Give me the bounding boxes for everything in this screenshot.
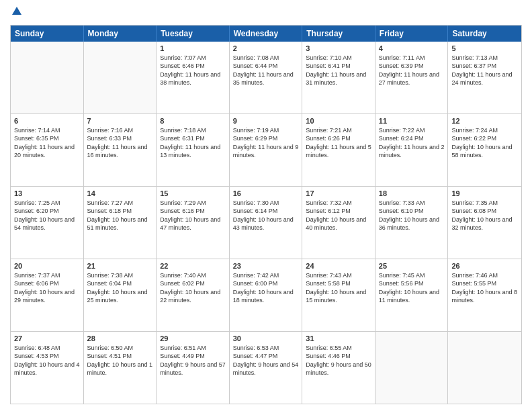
day-number: 6 xyxy=(14,116,80,126)
day-info: Sunrise: 6:55 AM Sunset: 4:46 PM Dayligh… xyxy=(306,344,371,377)
day-number: 20 xyxy=(14,261,80,271)
day-number: 12 xyxy=(451,116,518,126)
calendar-day-22: 22Sunrise: 7:40 AM Sunset: 6:02 PM Dayli… xyxy=(157,259,230,331)
day-info: Sunrise: 7:16 AM Sunset: 6:33 PM Dayligh… xyxy=(87,126,153,159)
calendar-day-19: 19Sunrise: 7:35 AM Sunset: 6:08 PM Dayli… xyxy=(448,187,521,259)
day-number: 4 xyxy=(379,44,445,53)
calendar-row-2: 6Sunrise: 7:14 AM Sunset: 6:35 PM Daylig… xyxy=(11,113,521,186)
header-day-saturday: Saturday xyxy=(448,26,521,42)
day-number: 27 xyxy=(14,334,80,343)
calendar-day-14: 14Sunrise: 7:27 AM Sunset: 6:18 PM Dayli… xyxy=(84,187,157,259)
header-day-wednesday: Wednesday xyxy=(230,26,303,42)
calendar-empty-cell xyxy=(375,332,449,404)
calendar-day-2: 2Sunrise: 7:08 AM Sunset: 6:44 PM Daylig… xyxy=(230,42,303,113)
day-number: 19 xyxy=(451,189,518,198)
day-info: Sunrise: 7:21 AM Sunset: 6:26 PM Dayligh… xyxy=(306,126,371,159)
day-info: Sunrise: 7:38 AM Sunset: 6:04 PM Dayligh… xyxy=(87,271,153,304)
calendar-empty-cell xyxy=(11,42,84,113)
day-info: Sunrise: 7:32 AM Sunset: 6:12 PM Dayligh… xyxy=(306,199,371,232)
day-info: Sunrise: 6:53 AM Sunset: 4:47 PM Dayligh… xyxy=(233,344,299,377)
calendar-day-25: 25Sunrise: 7:45 AM Sunset: 5:56 PM Dayli… xyxy=(375,259,449,331)
day-info: Sunrise: 7:25 AM Sunset: 6:20 PM Dayligh… xyxy=(14,199,80,232)
day-number: 25 xyxy=(379,261,445,271)
day-number: 24 xyxy=(306,261,371,271)
calendar-day-21: 21Sunrise: 7:38 AM Sunset: 6:04 PM Dayli… xyxy=(84,259,157,331)
day-number: 8 xyxy=(160,116,226,126)
page: SundayMondayTuesdayWednesdayThursdayFrid… xyxy=(0,0,532,411)
day-number: 14 xyxy=(87,189,153,198)
calendar-day-29: 29Sunrise: 6:51 AM Sunset: 4:49 PM Dayli… xyxy=(157,332,230,404)
header-day-tuesday: Tuesday xyxy=(157,26,230,42)
day-number: 28 xyxy=(87,334,153,343)
day-number: 21 xyxy=(87,261,153,271)
header-day-thursday: Thursday xyxy=(302,26,375,42)
logo xyxy=(10,7,21,19)
day-info: Sunrise: 7:29 AM Sunset: 6:16 PM Dayligh… xyxy=(160,199,226,232)
day-number: 23 xyxy=(233,261,299,271)
day-number: 18 xyxy=(379,189,445,198)
day-info: Sunrise: 7:35 AM Sunset: 6:08 PM Dayligh… xyxy=(451,199,518,232)
day-number: 9 xyxy=(233,116,299,126)
calendar-day-12: 12Sunrise: 7:24 AM Sunset: 6:22 PM Dayli… xyxy=(448,114,521,186)
calendar-day-24: 24Sunrise: 7:43 AM Sunset: 5:58 PM Dayli… xyxy=(302,259,375,331)
logo-line1 xyxy=(10,7,21,19)
calendar-row-4: 20Sunrise: 7:37 AM Sunset: 6:06 PM Dayli… xyxy=(11,259,521,331)
calendar-day-27: 27Sunrise: 6:48 AM Sunset: 4:53 PM Dayli… xyxy=(11,332,84,404)
calendar-day-26: 26Sunrise: 7:46 AM Sunset: 5:55 PM Dayli… xyxy=(448,259,521,331)
day-number: 22 xyxy=(160,261,226,271)
header-day-sunday: Sunday xyxy=(11,26,84,42)
calendar-day-18: 18Sunrise: 7:33 AM Sunset: 6:10 PM Dayli… xyxy=(375,187,449,259)
logo-triangle-icon xyxy=(12,7,21,15)
calendar-day-23: 23Sunrise: 7:42 AM Sunset: 6:00 PM Dayli… xyxy=(230,259,303,331)
day-number: 16 xyxy=(233,189,299,198)
day-number: 7 xyxy=(87,116,153,126)
day-info: Sunrise: 6:48 AM Sunset: 4:53 PM Dayligh… xyxy=(14,344,80,377)
calendar-day-15: 15Sunrise: 7:29 AM Sunset: 6:16 PM Dayli… xyxy=(157,187,230,259)
day-info: Sunrise: 7:18 AM Sunset: 6:31 PM Dayligh… xyxy=(160,126,226,159)
calendar-row-3: 13Sunrise: 7:25 AM Sunset: 6:20 PM Dayli… xyxy=(11,186,521,259)
day-info: Sunrise: 7:07 AM Sunset: 6:46 PM Dayligh… xyxy=(160,54,226,87)
calendar: SundayMondayTuesdayWednesdayThursdayFrid… xyxy=(10,25,522,404)
calendar-row-5: 27Sunrise: 6:48 AM Sunset: 4:53 PM Dayli… xyxy=(11,331,521,404)
day-info: Sunrise: 7:11 AM Sunset: 6:39 PM Dayligh… xyxy=(379,54,445,87)
day-number: 17 xyxy=(306,189,371,198)
day-info: Sunrise: 7:27 AM Sunset: 6:18 PM Dayligh… xyxy=(87,199,153,232)
day-number: 5 xyxy=(451,44,518,53)
day-info: Sunrise: 7:30 AM Sunset: 6:14 PM Dayligh… xyxy=(233,199,299,232)
calendar-empty-cell xyxy=(84,42,157,113)
header-day-friday: Friday xyxy=(375,26,449,42)
calendar-day-9: 9Sunrise: 7:19 AM Sunset: 6:29 PM Daylig… xyxy=(230,114,303,186)
day-info: Sunrise: 7:19 AM Sunset: 6:29 PM Dayligh… xyxy=(233,126,299,159)
day-info: Sunrise: 7:37 AM Sunset: 6:06 PM Dayligh… xyxy=(14,271,80,304)
calendar-day-11: 11Sunrise: 7:22 AM Sunset: 6:24 PM Dayli… xyxy=(375,114,449,186)
calendar-day-30: 30Sunrise: 6:53 AM Sunset: 4:47 PM Dayli… xyxy=(230,332,303,404)
calendar-day-7: 7Sunrise: 7:16 AM Sunset: 6:33 PM Daylig… xyxy=(84,114,157,186)
day-number: 15 xyxy=(160,189,226,198)
calendar-empty-cell xyxy=(448,332,521,404)
day-info: Sunrise: 6:51 AM Sunset: 4:49 PM Dayligh… xyxy=(160,344,226,377)
day-number: 1 xyxy=(160,44,226,53)
day-number: 30 xyxy=(233,334,299,343)
calendar-day-6: 6Sunrise: 7:14 AM Sunset: 6:35 PM Daylig… xyxy=(11,114,84,186)
calendar-day-10: 10Sunrise: 7:21 AM Sunset: 6:26 PM Dayli… xyxy=(302,114,375,186)
day-info: Sunrise: 7:40 AM Sunset: 6:02 PM Dayligh… xyxy=(160,271,226,304)
day-number: 2 xyxy=(233,44,299,53)
day-number: 13 xyxy=(14,189,80,198)
day-info: Sunrise: 7:22 AM Sunset: 6:24 PM Dayligh… xyxy=(379,126,445,159)
day-number: 31 xyxy=(306,334,371,343)
day-number: 29 xyxy=(160,334,226,343)
day-info: Sunrise: 7:08 AM Sunset: 6:44 PM Dayligh… xyxy=(233,54,299,87)
day-info: Sunrise: 7:46 AM Sunset: 5:55 PM Dayligh… xyxy=(451,271,518,304)
day-number: 10 xyxy=(306,116,371,126)
day-number: 3 xyxy=(306,44,371,53)
calendar-day-1: 1Sunrise: 7:07 AM Sunset: 6:46 PM Daylig… xyxy=(157,42,230,113)
calendar-day-13: 13Sunrise: 7:25 AM Sunset: 6:20 PM Dayli… xyxy=(11,187,84,259)
calendar-day-3: 3Sunrise: 7:10 AM Sunset: 6:41 PM Daylig… xyxy=(302,42,375,113)
day-info: Sunrise: 7:14 AM Sunset: 6:35 PM Dayligh… xyxy=(14,126,80,159)
day-info: Sunrise: 7:42 AM Sunset: 6:00 PM Dayligh… xyxy=(233,271,299,304)
day-info: Sunrise: 7:13 AM Sunset: 6:37 PM Dayligh… xyxy=(451,54,518,87)
header xyxy=(10,7,522,19)
day-number: 11 xyxy=(379,116,445,126)
calendar-day-31: 31Sunrise: 6:55 AM Sunset: 4:46 PM Dayli… xyxy=(302,332,375,404)
calendar-day-5: 5Sunrise: 7:13 AM Sunset: 6:37 PM Daylig… xyxy=(448,42,521,113)
